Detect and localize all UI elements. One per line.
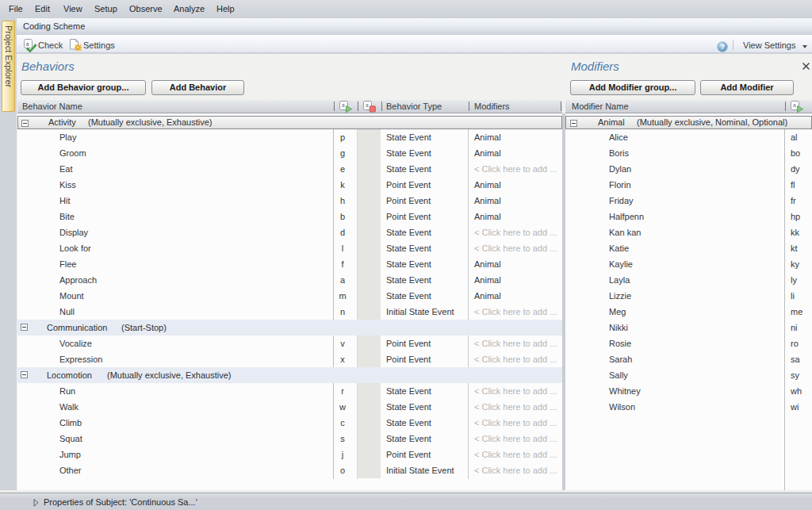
svg-text:a: a — [342, 102, 345, 108]
svg-text:a: a — [26, 41, 29, 47]
svg-text:a: a — [366, 102, 369, 108]
svg-text:a: a — [793, 102, 796, 108]
svg-text:?: ? — [720, 43, 725, 51]
